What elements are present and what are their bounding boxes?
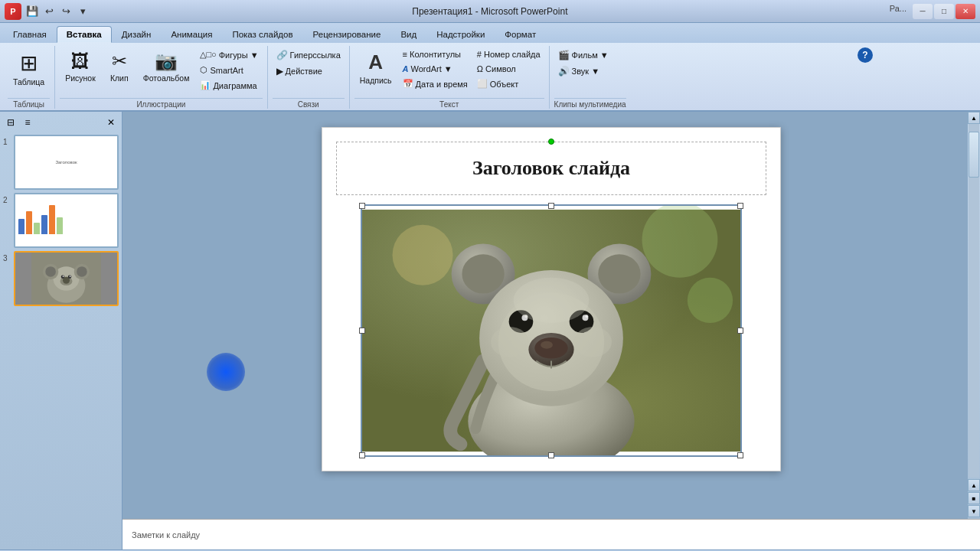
- image-box[interactable]: [361, 204, 742, 457]
- ribbon: Главная Вставка Дизайн Анимация Показ сл…: [0, 23, 980, 112]
- media-group-label: Клипы мультимедиа: [554, 98, 626, 109]
- links-col: 🔗 Гиперссылка ▶ Действие: [273, 47, 345, 79]
- slide-thumb-preview-2: [14, 193, 119, 248]
- bar3: [34, 223, 40, 234]
- tab-format[interactable]: Формат: [495, 26, 546, 43]
- close-button[interactable]: ✕: [956, 4, 975, 19]
- handle-bl[interactable]: [359, 452, 365, 458]
- textbox-icon: A: [368, 51, 383, 74]
- panel-close-button[interactable]: ✕: [103, 115, 119, 130]
- datetime-button[interactable]: 📅 Дата и время: [399, 77, 472, 91]
- outline-view-button[interactable]: ≡: [20, 115, 35, 130]
- scroll-down-button[interactable]: ▼: [968, 505, 980, 517]
- table-button[interactable]: ⊞ Таблица: [8, 47, 50, 90]
- scroll-track[interactable]: [969, 124, 979, 478]
- picture-button[interactable]: 🖼 Рисунок: [60, 47, 101, 86]
- tab-review[interactable]: Рецензирование: [303, 26, 391, 43]
- movie-icon: 🎬: [558, 50, 570, 60]
- main-area: ⊟ ≡ ✕ 1 Заголовок 2: [0, 112, 980, 549]
- slide-title-box[interactable]: Заголовок слайда: [336, 142, 766, 195]
- clip-button[interactable]: ✂ Клип: [103, 47, 136, 86]
- handle-bm[interactable]: [548, 452, 554, 458]
- help-button[interactable]: ?: [858, 47, 873, 63]
- undo-button[interactable]: ↩: [41, 4, 57, 19]
- window-controls: Ра... ─ □ ✕: [890, 4, 975, 19]
- slidenumber-icon: #: [477, 50, 482, 59]
- clip-icon: ✂: [112, 51, 127, 72]
- maximize-button[interactable]: □: [934, 4, 954, 19]
- tab-slideshow[interactable]: Показ слайдов: [222, 26, 302, 43]
- text-group-label: Текст: [354, 98, 544, 109]
- minimize-button[interactable]: ─: [913, 4, 933, 19]
- media-col: 🎬 Фильм ▼ 🔊 Звук ▼: [554, 47, 612, 79]
- slide-number-1: 1: [3, 135, 11, 146]
- thumb3-content: [15, 253, 117, 305]
- handle-tm[interactable]: [548, 203, 554, 209]
- tab-design[interactable]: Дизайн: [112, 26, 162, 43]
- handle-mr[interactable]: [737, 328, 743, 334]
- slide-canvas-wrapper[interactable]: Заголовок слайда: [122, 112, 980, 519]
- save-button[interactable]: 💾: [24, 4, 40, 19]
- scroll-zoom-in[interactable]: ▲: [968, 479, 980, 491]
- movie-button[interactable]: 🎬 Фильм ▼: [554, 47, 612, 63]
- slide-thumbnail-3[interactable]: 3: [3, 251, 119, 306]
- textbox-label: Надпись: [360, 76, 392, 85]
- titlebar: P 💾 ↩ ↪ ▾ Презентация1 - Microsoft Power…: [0, 0, 980, 23]
- textbox-button[interactable]: A Надпись: [354, 47, 397, 88]
- diagram-icon: 📊: [200, 80, 211, 90]
- sound-button[interactable]: 🔊 Звук ▼: [554, 64, 612, 79]
- tab-animation[interactable]: Анимация: [161, 26, 222, 43]
- svg-point-32: [534, 337, 567, 359]
- tab-home[interactable]: Главная: [3, 26, 57, 43]
- handle-ml[interactable]: [359, 328, 365, 334]
- scroll-up-button[interactable]: ▲: [968, 112, 980, 124]
- svg-point-36: [514, 278, 590, 323]
- svg-point-22: [598, 254, 640, 293]
- text-items: A Надпись ≡ Колонтитулы A WordArt ▼: [354, 47, 544, 96]
- scroll-zoom-mid[interactable]: ■: [968, 492, 980, 504]
- titlebar-left: P 💾 ↩ ↪ ▾: [5, 3, 90, 20]
- handle-tr[interactable]: [737, 203, 743, 209]
- notes-area[interactable]: Заметки к слайду: [122, 519, 980, 549]
- album-button[interactable]: 📷 Фотоальбом: [138, 47, 195, 86]
- shapes-icon: △□○: [200, 50, 216, 60]
- scroll-thumb[interactable]: [969, 132, 979, 178]
- panel-toolbar: ⊟ ≡ ✕: [3, 115, 119, 130]
- smartart-button[interactable]: ⬡ SmartArt: [196, 63, 262, 77]
- hyperlink-button[interactable]: 🔗 Гиперссылка: [273, 47, 345, 63]
- action-icon: ▶: [276, 66, 283, 77]
- handle-tl[interactable]: [359, 203, 365, 209]
- shapes-button[interactable]: △□○ Фигуры ▼: [196, 47, 262, 62]
- wordart-icon: A: [403, 64, 409, 73]
- handle-br[interactable]: [737, 452, 743, 458]
- header-button[interactable]: ≡ Колонтитулы: [399, 47, 472, 61]
- customize-qa-button[interactable]: ▾: [75, 4, 90, 19]
- slide-thumbnail-1[interactable]: 1 Заголовок: [3, 135, 119, 190]
- tab-insert[interactable]: Вставка: [57, 26, 112, 43]
- slides-view-button[interactable]: ⊟: [3, 115, 18, 130]
- quick-access-toolbar: 💾 ↩ ↪ ▾: [24, 4, 90, 19]
- clip-label: Клип: [110, 73, 129, 83]
- tab-addins[interactable]: Надстройки: [426, 26, 495, 43]
- illustrations-items: 🖼 Рисунок ✂ Клип 📷 Фотоальбом △□○: [60, 47, 262, 96]
- tab-view[interactable]: Вид: [390, 26, 426, 43]
- slide-thumb-preview-1: Заголовок: [14, 135, 119, 190]
- symbol-button[interactable]: Ω Символ: [473, 62, 544, 76]
- slide-thumbnail-2[interactable]: 2: [3, 193, 119, 248]
- svg-point-30: [585, 315, 588, 318]
- symbol-icon: Ω: [477, 64, 483, 73]
- symbol-label: Символ: [485, 64, 516, 73]
- slidenumber-button[interactable]: # Номер слайда: [473, 47, 544, 61]
- picture-icon: 🖼: [71, 51, 90, 72]
- wordart-button[interactable]: A WordArt ▼: [399, 62, 472, 76]
- title-handle-top[interactable]: [548, 139, 554, 145]
- redo-button[interactable]: ↪: [58, 4, 74, 19]
- object-button[interactable]: ⬜ Объект: [473, 77, 544, 91]
- svg-point-6: [77, 266, 87, 277]
- diagram-button[interactable]: 📊 Диаграмма: [196, 78, 262, 93]
- svg-point-11: [63, 276, 64, 277]
- ribbon-tabs: Главная Вставка Дизайн Анимация Показ сл…: [0, 23, 980, 43]
- action-button[interactable]: ▶ Действие: [273, 64, 345, 79]
- slide-number-2: 2: [3, 193, 11, 204]
- scroll-controls: ▲ ■ ▼: [968, 478, 980, 519]
